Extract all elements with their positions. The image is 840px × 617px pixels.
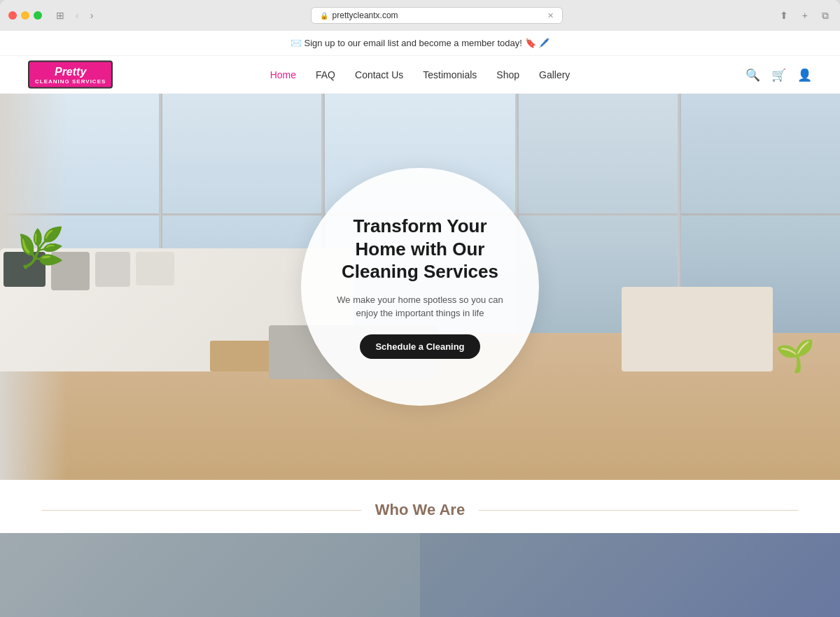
plant-left: 🌿: [17, 229, 65, 267]
fullscreen-button[interactable]: [34, 11, 42, 20]
lock-icon: 🔒: [320, 12, 328, 20]
logo: Pretty Cleaning Services: [28, 60, 113, 89]
who-image-1: [0, 533, 420, 617]
banner-text: ✉️ Sign up to our email list and become …: [290, 38, 550, 48]
address-bar[interactable]: 🔒 prettycleantx.com ✕: [311, 7, 563, 24]
browser-titlebar: ⊞ ‹ › 🔒 prettycleantx.com ✕ ⬆ + ⧉: [0, 0, 840, 31]
search-icon[interactable]: 🔍: [746, 67, 760, 82]
copy-url-button[interactable]: ⧉: [819, 8, 832, 23]
forward-button[interactable]: ›: [88, 8, 97, 22]
section-line-right: [479, 510, 798, 511]
share-button[interactable]: ⬆: [777, 8, 791, 22]
cart-icon[interactable]: 🛒: [771, 67, 786, 82]
hero-title: Transform Your Home with Our Cleaning Se…: [329, 215, 511, 283]
logo-box: Pretty Cleaning Services: [28, 60, 113, 89]
section-title: Who We Are: [375, 501, 465, 519]
who-image-2: [420, 533, 840, 617]
nav-link-shop[interactable]: Shop: [496, 69, 519, 80]
close-button[interactable]: [8, 11, 17, 20]
nav-link-testimonials[interactable]: Testimonials: [423, 69, 477, 80]
close-tab-button[interactable]: ✕: [547, 11, 554, 20]
browser-controls: ⊞ ‹ ›: [53, 8, 96, 22]
browser-actions: ⬆ + ⧉: [777, 8, 832, 23]
url-text: prettycleantx.com: [332, 10, 398, 20]
who-we-are-section: Who We Are: [0, 480, 840, 617]
browser-window: ⊞ ‹ › 🔒 prettycleantx.com ✕ ⬆ + ⧉ ✉️ Sig…: [0, 0, 840, 617]
nav-icons: 🔍 🛒 👤: [746, 67, 812, 82]
logo-sub-text: Cleaning Services: [35, 78, 106, 85]
address-bar-container: 🔒 prettycleantx.com ✕: [115, 7, 757, 24]
plant-right: 🌱: [776, 340, 815, 371]
section-line-left: [42, 510, 361, 511]
sidebar-toggle-button[interactable]: ⊞: [53, 8, 67, 22]
hero-section: 🌿 🌱 Transform Your Home with Our Cleanin…: [0, 94, 840, 480]
website-content: ✉️ Sign up to our email list and become …: [0, 31, 840, 617]
nav-link-gallery[interactable]: Gallery: [539, 69, 570, 80]
back-button[interactable]: ‹: [73, 8, 82, 22]
dining-table: [622, 287, 773, 371]
new-tab-button[interactable]: +: [799, 8, 811, 22]
who-we-are-images: [0, 533, 840, 617]
schedule-cta-button[interactable]: Schedule a Cleaning: [360, 334, 479, 359]
nav-links: Home FAQ Contact Us Testimonials Shop Ga…: [270, 69, 570, 80]
top-banner: ✉️ Sign up to our email list and become …: [0, 31, 840, 56]
hero-overlay: Transform Your Home with Our Cleaning Se…: [301, 168, 539, 406]
beige-cushion: [136, 252, 174, 285]
navigation: Pretty Cleaning Services Home FAQ Contac…: [0, 56, 840, 94]
account-icon[interactable]: 👤: [797, 67, 812, 82]
hero-subtitle: We make your home spotless so you can en…: [329, 293, 511, 320]
minimize-button[interactable]: [21, 11, 29, 20]
nav-link-faq[interactable]: FAQ: [316, 69, 335, 80]
traffic-lights: [8, 11, 42, 20]
section-header: Who We Are: [0, 501, 840, 519]
nav-link-home[interactable]: Home: [270, 69, 296, 80]
light-cushion: [95, 252, 130, 287]
logo-main-text: Pretty: [35, 64, 106, 78]
nav-link-contact[interactable]: Contact Us: [355, 69, 403, 80]
